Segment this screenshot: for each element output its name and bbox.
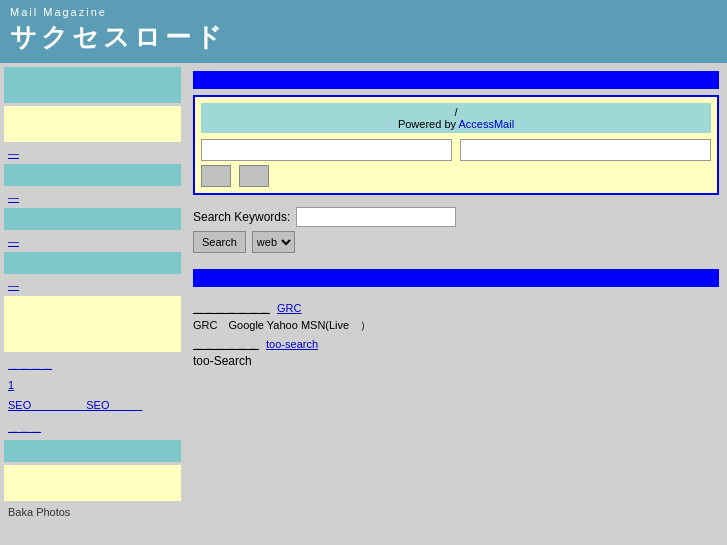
search-select-wrap: web — [252, 231, 295, 253]
sidebar-teal-block-3 — [4, 208, 181, 230]
sidebar-yellow-block-2 — [4, 296, 181, 352]
sidebar: — — — — ＿＿＿＿ 1 SEO SEO ＿＿＿ Baka Photos — [0, 63, 185, 524]
sidebar-link-4[interactable]: — — [4, 277, 181, 293]
blue-bar-1 — [193, 71, 719, 89]
search-type-select[interactable]: web — [252, 231, 295, 253]
sidebar-bottom-text: Baka Photos — [4, 504, 181, 520]
grc-link[interactable]: GRC — [277, 302, 301, 314]
sub-inputs-row — [201, 139, 711, 161]
sidebar-link-3[interactable]: — — [4, 233, 181, 249]
lower-links: ＿＿＿＿＿＿＿ GRC GRC Google Yahoo MSN(Live ） … — [193, 297, 719, 372]
sidebar-teal-block-2 — [4, 164, 181, 186]
sidebar-link-6[interactable]: 1 — [4, 377, 181, 393]
sidebar-link-2[interactable]: — — [4, 189, 181, 205]
subscription-input-1[interactable] — [201, 139, 452, 161]
grc-prefix: ＿＿＿＿＿＿＿ — [193, 302, 274, 314]
sub-buttons-row — [201, 165, 711, 187]
sidebar-teal-block-4 — [4, 252, 181, 274]
search-label: Search Keywords: — [193, 210, 290, 224]
grc-description-line: GRC Google Yahoo MSN(Live ） — [193, 318, 719, 333]
sidebar-teal-block-1 — [4, 67, 181, 103]
search-row: Search Keywords: — [193, 207, 719, 227]
sidebar-yellow-block-3 — [4, 465, 181, 501]
search-section: Search Keywords: Search web — [193, 207, 719, 257]
main-content: / Powered by AccessMail Search Keywords:… — [185, 63, 727, 524]
header-title: サクセスロード — [10, 20, 717, 55]
powered-by-bar: / Powered by AccessMail — [201, 103, 711, 133]
too-search-label: too-Search — [193, 354, 719, 368]
search-input[interactable] — [296, 207, 456, 227]
too-search-link-line: ＿＿＿＿＿＿ too-search — [193, 337, 719, 352]
search-buttons-row: Search web — [193, 231, 719, 253]
sidebar-link-7[interactable]: ＿＿＿ — [4, 418, 181, 437]
subscription-button-2[interactable] — [239, 165, 269, 187]
engines-text: Google Yahoo MSN(Live ） — [229, 319, 372, 331]
subscription-box: / Powered by AccessMail — [193, 95, 719, 195]
sidebar-teal-block-5 — [4, 440, 181, 462]
sidebar-seo-link[interactable]: SEO SEO — [4, 396, 181, 415]
grc-text: GRC — [193, 319, 217, 331]
lower-section: ＿＿＿＿＿＿＿ GRC GRC Google Yahoo MSN(Live ） … — [193, 297, 719, 372]
main-layout: — — — — ＿＿＿＿ 1 SEO SEO ＿＿＿ Baka Photos /… — [0, 63, 727, 524]
search-button[interactable]: Search — [193, 231, 246, 253]
too-search-link[interactable]: too-search — [266, 338, 318, 350]
grc-link-line: ＿＿＿＿＿＿＿ GRC — [193, 301, 719, 316]
powered-by-text: Powered by — [398, 118, 459, 130]
sidebar-yellow-block-1 — [4, 106, 181, 142]
subscription-input-2[interactable] — [460, 139, 711, 161]
blue-bar-2 — [193, 269, 719, 287]
access-mail-link[interactable]: AccessMail — [458, 118, 514, 130]
subscription-button-1[interactable] — [201, 165, 231, 187]
header-top-label: Mail Magazine — [10, 6, 717, 18]
sidebar-link-5[interactable]: ＿＿＿＿ — [4, 355, 181, 374]
slash-text: / — [454, 106, 457, 118]
too-search-prefix: ＿＿＿＿＿＿ — [193, 338, 263, 350]
header: Mail Magazine サクセスロード — [0, 0, 727, 63]
sidebar-link-1[interactable]: — — [4, 145, 181, 161]
